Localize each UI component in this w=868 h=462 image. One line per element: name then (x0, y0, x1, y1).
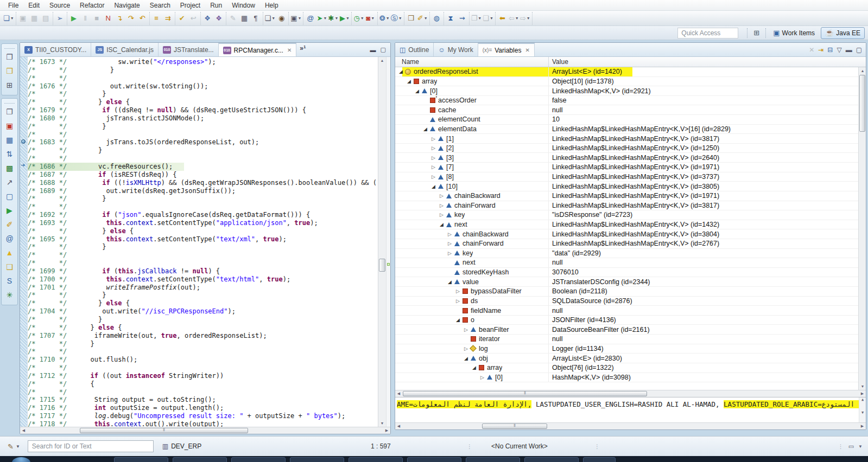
scrollbar-thumb[interactable] (403, 391, 647, 396)
dropdown-caret-icon[interactable]: ▼ (271, 16, 275, 20)
svn-button[interactable]: Ⓢ▼ (390, 12, 403, 24)
code-line[interactable]: /* */ (28, 131, 378, 139)
code-line[interactable]: /* 1687 */ if (isREST(dsReq)) { (28, 171, 378, 179)
code-editor[interactable]: /* 1673 */ sw.write("</responses>");/* *… (28, 57, 378, 427)
forward-button[interactable]: ⇨▼ (519, 12, 531, 24)
code-line[interactable]: /* 1710 */ out.flush(); (28, 356, 378, 364)
code-line[interactable]: /* */ (28, 259, 378, 267)
dropdown-caret-icon[interactable]: ▼ (10, 16, 14, 20)
dropdown-caret-icon[interactable]: ▼ (360, 16, 364, 20)
variable-row[interactable]: ▷[8]LinkedHashMap$LinkedHashMapEntry<K,V… (395, 172, 866, 182)
show-whitespace-button[interactable]: ¶ (250, 12, 262, 24)
expander-icon[interactable]: ▷ (446, 241, 453, 246)
expander-icon[interactable]: ▷ (446, 251, 453, 256)
server-run-view-button[interactable]: ▶ (3, 204, 16, 217)
dropdown-caret-icon[interactable]: ▼ (398, 16, 402, 20)
code-line[interactable]: /* */ (28, 364, 378, 372)
profile-run-button[interactable]: ⇝ (457, 12, 468, 24)
console-view-button[interactable]: ▢ (3, 190, 16, 203)
export-view-button[interactable]: ↗ (3, 176, 16, 189)
scroll-left-arrow[interactable]: ◀ (395, 423, 402, 429)
scroll-right-arrow[interactable]: ▶ (859, 423, 866, 429)
dropdown-caret-icon[interactable]: ▼ (424, 16, 428, 20)
menu-search[interactable]: Search (145, 1, 175, 10)
menu-file[interactable]: File (3, 1, 23, 10)
code-line[interactable]: /* */ } else { (28, 299, 378, 307)
dropdown-caret-icon[interactable]: ▼ (346, 16, 350, 20)
perspective-work-items[interactable]: ▣Work Items (769, 27, 819, 39)
code-line[interactable]: /* 1679 */ if ((dsReq != null) && (dsReq… (28, 106, 378, 114)
expander-icon[interactable]: ▷ (462, 327, 470, 332)
code-line[interactable]: /* */ (28, 74, 378, 82)
expander-icon[interactable]: ▷ (438, 193, 445, 198)
scroll-left-arrow[interactable]: ◀ (20, 427, 27, 434)
javadoc-button[interactable]: @ (305, 12, 316, 24)
taskbar-button[interactable] (173, 457, 227, 462)
expander-icon[interactable]: ▷ (430, 136, 437, 142)
scrollbar-thumb[interactable] (859, 75, 865, 132)
scroll-down-arrow[interactable]: ▼ (378, 420, 386, 427)
restore-view-button[interactable]: ❐ (3, 50, 16, 63)
warning-view-button[interactable]: ▲ (3, 246, 16, 259)
code-line[interactable]: /* 1693 */ this.context.setContentType("… (28, 219, 378, 227)
code-line[interactable]: /* */ } (28, 146, 378, 155)
close-tab-icon[interactable]: ✕ (287, 47, 292, 53)
expander-icon[interactable]: ◢ (406, 79, 413, 84)
code-line[interactable]: /* */ (28, 348, 378, 356)
taskbar-button[interactable] (349, 457, 403, 462)
scrollbar-thumb[interactable] (482, 424, 547, 429)
scroll-right-arrow[interactable]: ▶ (859, 390, 866, 397)
variable-row[interactable]: ◢orderedResponseListArrayList<E> (id=142… (395, 67, 866, 77)
variable-row[interactable]: ▷[3]LinkedHashMap$LinkedHashMapEntry<K,V… (395, 153, 866, 163)
code-line[interactable]: /* 1704 */ out.write("//isc_RPCResponseE… (28, 307, 378, 316)
dropdown-caret-icon[interactable]: ▼ (527, 16, 530, 20)
code-line[interactable]: /* 1688 */ if ((!isXMLHttp) && (dsReq.ge… (28, 179, 378, 187)
variable-row[interactable]: ▷key"isDSResponse" (id=2723) (395, 210, 866, 220)
code-line[interactable]: /* */ } (28, 243, 378, 251)
menu-run[interactable]: Run (205, 1, 227, 10)
back-button[interactable]: ⇦▼ (508, 12, 519, 24)
scroll-up-arrow[interactable]: ▲ (859, 67, 866, 74)
variable-row[interactable]: ◢objArrayList<E> (id=2830) (395, 354, 866, 363)
menu-edit[interactable]: Edit (23, 1, 45, 10)
quick-access-box[interactable]: Quick Access (677, 28, 738, 39)
taskbar-button[interactable] (407, 457, 461, 462)
scroll-down-arrow[interactable]: ▼ (859, 383, 866, 390)
expander-icon[interactable]: ▷ (430, 174, 437, 179)
dropdown-caret-icon[interactable]: ▼ (858, 444, 863, 449)
expander-icon[interactable]: ▷ (430, 145, 437, 151)
code-line[interactable]: /* */ (28, 251, 378, 259)
new-web-service-button[interactable]: ❂▼ (379, 12, 390, 24)
editor-tab-isc-calendar-js[interactable]: JSISC_Calendar.js (91, 43, 159, 56)
image-view-button[interactable]: ▣ (3, 119, 16, 132)
menu-help[interactable]: Help (260, 1, 283, 10)
code-line[interactable]: /* */ } (28, 90, 378, 98)
project-folder-button[interactable]: ❒ (3, 65, 16, 78)
maximize-button[interactable]: ▢ (856, 46, 862, 54)
code-line[interactable]: /* 1701 */ writeIframePostfix(out); (28, 284, 378, 292)
scrollbar-thumb[interactable] (379, 259, 385, 272)
skip-all-breakpoints-button[interactable]: ➢ (54, 12, 66, 24)
expander-icon[interactable]: ▷ (462, 346, 470, 351)
debug-as-button[interactable]: ✱▼ (327, 12, 339, 24)
expander-icon[interactable]: ◢ (422, 126, 429, 132)
print-button[interactable]: ▤ (40, 12, 52, 24)
web-browser-button[interactable]: ◍ (431, 12, 442, 24)
variable-row[interactable]: ▷logLogger (id=1134) (395, 344, 866, 354)
terminate-button[interactable]: ■ (91, 12, 103, 24)
expander-icon[interactable]: ▷ (430, 155, 437, 161)
code-line[interactable]: /* 1689 */ out.write(dsReq.getJsonSuffix… (28, 187, 378, 195)
variable-row[interactable]: fieldNamenull (395, 306, 866, 316)
variable-row[interactable]: ▷chainForwardLinkedHashMap$LinkedHashMap… (395, 239, 866, 249)
menu-source[interactable]: Source (45, 1, 75, 10)
editor-horizontal-scrollbar[interactable]: ◀ ▶ (20, 427, 390, 434)
code-line[interactable]: /* 1700 */ this.context.setContentType("… (28, 275, 378, 284)
code-line[interactable]: /* 1716 */ int outputSize = output.lengt… (28, 404, 378, 412)
variable-row[interactable]: ▷chainForwardLinkedHashMap$LinkedHashMap… (395, 201, 866, 211)
variable-row[interactable]: ▷[0]HashMap<K,V> (id=3098) (395, 373, 866, 383)
sort-button[interactable]: ≡ (151, 12, 162, 24)
open-resource-button[interactable]: ❐▼ (471, 12, 483, 24)
expander-icon[interactable]: ◢ (397, 69, 404, 74)
variable-row[interactable]: ◢[10]LinkedHashMap$LinkedHashMapEntry<K,… (395, 182, 866, 191)
new-ee-wizard-button[interactable]: ❖ (213, 12, 225, 24)
